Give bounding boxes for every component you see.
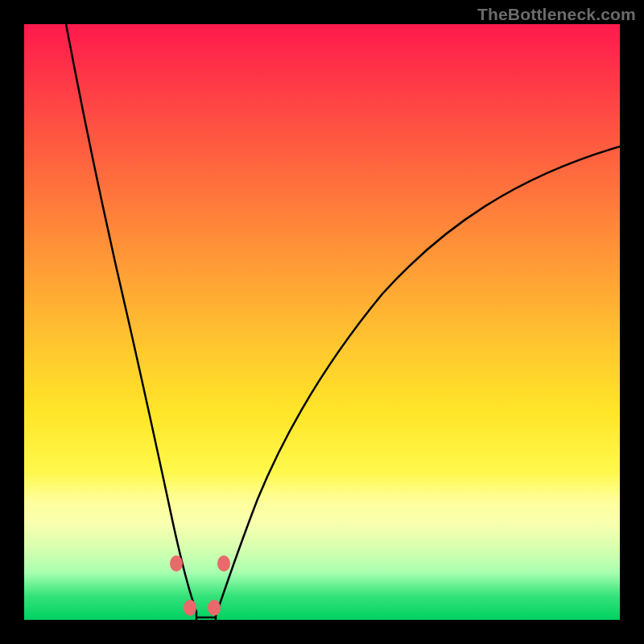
- curve-left-branch: [66, 24, 196, 620]
- marker-right-upper: [217, 555, 230, 572]
- watermark-text: TheBottleneck.com: [477, 5, 636, 24]
- chart-frame: TheBottleneck.com: [0, 0, 644, 644]
- marker-left-upper: [170, 555, 183, 572]
- marker-left-lower: [184, 600, 196, 616]
- marker-right-lower: [208, 600, 221, 616]
- plot-area: [24, 24, 620, 620]
- curve-layer: [24, 24, 620, 620]
- curve-right-branch: [216, 147, 620, 620]
